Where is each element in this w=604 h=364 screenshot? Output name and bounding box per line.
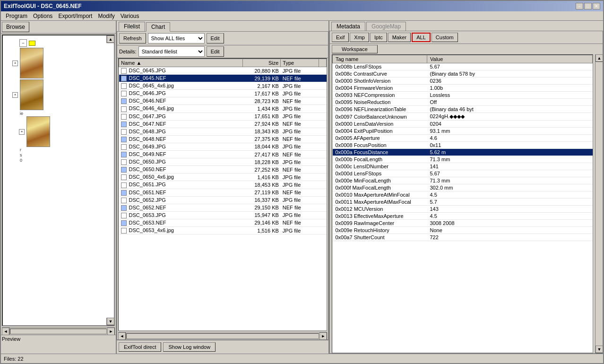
table-row[interactable]: DSC_0646.NEF 28,723 KB NEF file (119, 97, 327, 105)
meta-col-tag[interactable]: Tag name (333, 55, 427, 63)
table-row[interactable]: DSC_0652.NEF 29,150 KB NEF file (119, 204, 327, 211)
meta-scroll-up[interactable]: ▲ (595, 54, 603, 62)
list-item[interactable]: 0x0099 RawImageCenter 3008 2008 (333, 220, 593, 227)
list-item[interactable]: 0x008b LensFStops 5.67 (333, 63, 593, 70)
list-item[interactable]: 0x0004 ExitPupilPosition 93.1 mm (333, 128, 593, 135)
col-size-header[interactable]: Size (242, 59, 281, 67)
meta-col-value[interactable]: Value (427, 55, 593, 63)
table-row[interactable]: DSC_0650.NEF 27,252 KB NEF file (119, 166, 327, 173)
list-item[interactable]: 0x0005 AFAperture 4.6 (333, 135, 593, 142)
menu-export-import[interactable]: Export/Import (55, 12, 95, 19)
table-row[interactable]: DSC_0646_4x6.jpg 1,434 KB JPG file (119, 105, 327, 113)
list-item[interactable]: 0x0093 NEFCompression Lossless (333, 92, 593, 99)
tab-googlemap[interactable]: GoogleMap (366, 22, 406, 31)
exif-tab-iptc[interactable]: Iptc (370, 33, 387, 42)
folder-tree[interactable]: ▲ − + (2, 35, 115, 326)
table-row[interactable]: DSC_0645.JPG 20,880 KB JPG file (119, 67, 327, 75)
list-item[interactable]: 0x000a FocusDistance 5.62 m (333, 149, 593, 156)
list-item[interactable]: 0x009e RetouchHistory None (333, 227, 593, 234)
table-row[interactable]: DSC_0653.NEF 29,146 KB NEF file (119, 219, 327, 226)
menu-program[interactable]: Program (3, 12, 30, 19)
tree-hscroll-right[interactable]: ► (107, 328, 115, 335)
col-name-header[interactable]: Name ▲ (119, 59, 243, 67)
list-item[interactable]: 0x0010 MaxApertureAtMinFocal 4.5 (333, 191, 593, 199)
table-row[interactable]: DSC_0652.JPG 16,337 KB JPG file (119, 196, 327, 204)
tab-metadata[interactable]: Metadata (331, 22, 365, 31)
table-row[interactable]: DSC_0649.JPG 18,044 KB JPG file (119, 143, 327, 150)
exif-tab-custom[interactable]: Custom (431, 33, 458, 42)
list-item[interactable]: 0x000c LensIDNumber 141 (333, 163, 593, 170)
tree-hscroll[interactable]: ◄ ► (2, 327, 115, 335)
list-item[interactable]: 0x000e MinFocalLength 71.3 mm (333, 177, 593, 184)
list-item[interactable]: 0x0012 MCUVersion 143 (333, 206, 593, 213)
menu-various[interactable]: Various (118, 12, 142, 19)
tab-chart[interactable]: Chart (146, 22, 170, 32)
list-item[interactable]: 0x0096 NEFLinearizationTable (Binary dat… (333, 106, 593, 113)
meta-vscroll[interactable]: ▲ ▼ (595, 54, 603, 353)
table-row[interactable]: DSC_0647.JPG 17,651 KB JPG file (119, 113, 327, 120)
list-item[interactable]: 0x0000 LensDataVersion 0204 (333, 121, 593, 128)
list-item[interactable]: 0x0004 FirmwareVersion 1.00b (333, 85, 593, 92)
table-row[interactable]: DSC_0646.JPG 17,617 KB JPG file (119, 90, 327, 97)
minimize-button[interactable]: − (576, 3, 583, 9)
file-hscroll-left[interactable]: ◄ (118, 332, 126, 340)
file-list[interactable]: Name ▲ Size Type (118, 58, 327, 331)
table-row[interactable]: DSC_0651.NEF 27,119 KB NEF file (119, 189, 327, 196)
tab-filelist[interactable]: Filelist (119, 22, 145, 31)
maximize-button[interactable]: □ (584, 3, 592, 9)
table-row[interactable]: DSC_0647.NEF 27,924 KB NEF file (119, 120, 327, 128)
close-button[interactable]: ✕ (593, 3, 600, 9)
exif-tab-maker[interactable]: Maker (388, 33, 411, 42)
details-select[interactable]: Standard filelist (138, 46, 205, 57)
table-row[interactable]: DSC_0648.JPG 18,343 KB JPG file (119, 128, 327, 135)
table-row[interactable]: DSC_0645_4x6.jpg 2,167 KB JPG file (119, 82, 327, 90)
tree-expander-4[interactable]: + (19, 129, 25, 135)
list-item[interactable]: 0x0095 NoiseReduction Off (333, 99, 593, 106)
tree-expander-3[interactable]: + (12, 92, 18, 98)
show-log-button[interactable]: Show Log window (163, 342, 216, 352)
table-row[interactable]: DSC_0649.NEF 27,417 KB NEF file (119, 151, 327, 158)
menu-modify[interactable]: Modify (95, 12, 117, 19)
table-row[interactable]: DSC_0651.JPG 18,453 KB JPG file (119, 181, 327, 189)
list-item[interactable]: 0x0000 ShotInfoVersion 0236 (333, 78, 593, 85)
exif-tab-xmp[interactable]: Xmp (350, 33, 369, 42)
col-extra-header[interactable] (319, 59, 326, 67)
details-edit-button[interactable]: Edit (207, 46, 224, 57)
exif-tab-all[interactable]: ALL (412, 33, 431, 42)
table-row[interactable]: DSC_0648.NEF 27,375 KB NEF file (119, 135, 327, 143)
workspace-button[interactable]: Workspace (332, 45, 378, 53)
col-type-header[interactable]: Type (281, 59, 319, 67)
refresh-button[interactable]: Refresh (119, 33, 146, 43)
table-row[interactable]: DSC_0650_4x6.jpg 1,416 KB JPG file (119, 173, 327, 181)
exiftool-direct-button[interactable]: ExifTool direct (119, 342, 161, 352)
meta-scroll-down[interactable]: ▼ (595, 346, 603, 353)
show-files-select[interactable]: Show ALL files (148, 33, 205, 43)
list-item[interactable]: 0x000b FocalLength 71.3 mm (333, 156, 593, 163)
menu-options[interactable]: Options (30, 12, 55, 19)
list-item[interactable]: 0x000f MaxFocalLength 302.0 mm (333, 184, 593, 191)
tree-expander-1[interactable]: − (19, 39, 27, 47)
tree-scroll-down[interactable]: ▼ (107, 318, 114, 325)
tree-expander-2[interactable]: + (12, 61, 18, 66)
tree-scroll-up[interactable]: ▲ (107, 35, 114, 43)
edit-button[interactable]: Edit (207, 33, 224, 43)
table-row[interactable]: DSC_0653.JPG 15,947 KB JPG file (119, 211, 327, 219)
file-hscroll[interactable]: ◄ ► (118, 332, 327, 339)
list-item[interactable]: 0x008c ContrastCurve (Binary data 578 by (333, 70, 593, 78)
exif-tab-exif[interactable]: Exif (332, 33, 349, 42)
list-item[interactable]: 0x0013 EffectiveMaxAperture 4.5 (333, 213, 593, 220)
list-item[interactable]: 0x00a7 ShutterCount 722 (333, 234, 593, 241)
list-item[interactable]: 0x0008 FocusPosition 0x11 (333, 142, 593, 149)
file-hscroll-right[interactable]: ► (319, 332, 327, 340)
list-item[interactable]: 0x000d LensFStops 5.67 (333, 170, 593, 177)
file-icon (121, 220, 127, 226)
metadata-table[interactable]: Tag name Value 0x008b LensFStops (332, 54, 593, 353)
browse-button[interactable]: Browse (2, 22, 29, 32)
list-item[interactable]: 0x0097 ColorBalanceUnknown 0224gH.◆◆◆◆ (333, 113, 593, 121)
list-item[interactable]: 0x0011 MaxApertureAtMaxFocal 5.7 (333, 199, 593, 206)
table-row[interactable]: DSC_0653_4x6.jpg 1,516 KB JPG file (119, 226, 327, 234)
table-row[interactable]: DSC_0650.JPG 18,228 KB JPG file (119, 158, 327, 166)
meta-value: 3008 2008 (427, 220, 593, 227)
tree-hscroll-left[interactable]: ◄ (2, 328, 9, 335)
table-row[interactable]: DSC_0645.NEF 29,139 KB NEF file (119, 75, 327, 82)
